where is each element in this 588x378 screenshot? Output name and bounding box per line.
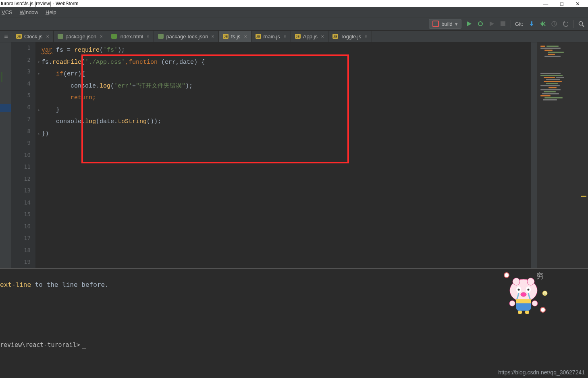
- js-icon: JS: [223, 34, 229, 39]
- line-number: 5: [11, 92, 35, 104]
- line-number: 15: [11, 211, 35, 223]
- close-button[interactable]: ✕: [576, 1, 580, 7]
- fold-icon[interactable]: ▴: [36, 104, 42, 116]
- config-icon: [432, 21, 439, 27]
- line-number: 7: [11, 116, 35, 128]
- svg-rect-26: [518, 311, 522, 314]
- svg-rect-25: [516, 299, 531, 303]
- tab-label: Toggle.js: [341, 33, 361, 40]
- json-icon: [58, 34, 63, 39]
- svg-point-11: [504, 273, 509, 278]
- js-icon: JS: [256, 34, 261, 39]
- run-coverage-button[interactable]: [488, 20, 495, 27]
- js-icon: JS: [16, 34, 22, 39]
- search-button[interactable]: [578, 20, 585, 27]
- git-update-button[interactable]: [528, 20, 535, 27]
- line-number: 11: [11, 163, 35, 175]
- tab-label: package.json: [66, 33, 97, 40]
- close-icon[interactable]: ✕: [283, 34, 287, 39]
- line-number: 16: [11, 223, 35, 235]
- code-line: ▴}): [42, 128, 531, 140]
- code-line: ▾fs.readFile('./App.css',function (err,d…: [42, 56, 531, 69]
- close-icon[interactable]: ✕: [364, 34, 368, 39]
- svg-rect-27: [525, 311, 529, 314]
- editor-tabs: ≡ JSClock.js✕ package.json✕ index.html✕ …: [0, 31, 588, 42]
- minimize-button[interactable]: —: [543, 1, 548, 7]
- run-button[interactable]: [465, 20, 473, 27]
- tab-label: App.js: [303, 33, 318, 40]
- svg-marker-5: [490, 21, 494, 26]
- svg-point-17: [513, 278, 520, 285]
- stop-button[interactable]: [499, 20, 507, 27]
- fold-icon[interactable]: ▾: [36, 68, 42, 80]
- debug-button[interactable]: [477, 20, 484, 27]
- svg-point-23: [521, 292, 526, 297]
- fold-icon[interactable]: ▴: [36, 128, 42, 140]
- svg-point-20: [518, 289, 520, 291]
- close-icon[interactable]: ✕: [244, 34, 247, 39]
- separator: [573, 20, 573, 28]
- tab-label: fs.js: [231, 33, 240, 40]
- svg-point-12: [540, 307, 545, 312]
- close-icon[interactable]: ✕: [321, 34, 324, 39]
- close-icon[interactable]: ✕: [46, 34, 49, 39]
- window-controls: — □ ✕: [543, 1, 588, 7]
- window-title: turorail\src\fs.js [review] - WebStorm: [1, 1, 78, 6]
- watermark-url: https://blog.csdn.net/qq_30627241: [498, 369, 585, 376]
- close-icon[interactable]: ✕: [100, 34, 103, 39]
- terminal-prompt[interactable]: review\react-turorail>: [0, 341, 588, 349]
- chevron-down-icon: ▾: [455, 21, 458, 27]
- minimap[interactable]: [537, 42, 588, 268]
- tab-package-lock-json[interactable]: package-lock.json✕: [154, 31, 219, 42]
- svg-point-29: [532, 301, 538, 306]
- json-icon: [158, 34, 164, 39]
- line-number: 17: [11, 235, 35, 247]
- run-config-selector[interactable]: build ▾: [429, 19, 461, 29]
- tab-toggle-js[interactable]: JSToggle.js✕: [328, 31, 372, 42]
- terminal-text: to the line before.: [31, 281, 109, 288]
- caret-line-marker: [0, 104, 11, 112]
- git-revert-button[interactable]: [562, 20, 569, 27]
- menu-help[interactable]: Help: [46, 9, 56, 15]
- scrollbar[interactable]: [531, 42, 537, 268]
- fold-icon[interactable]: ▾: [36, 56, 42, 69]
- tab-main-js[interactable]: JSmain.js✕: [251, 31, 291, 42]
- svg-point-28: [509, 301, 515, 306]
- warning-marker: [581, 196, 586, 197]
- code-line: ▴ }: [42, 104, 531, 116]
- terminal-text: ext-line: [0, 281, 31, 288]
- js-icon: JS: [332, 34, 338, 39]
- line-number: 13: [11, 187, 35, 199]
- html-icon: [111, 34, 117, 39]
- title-bar: turorail\src\fs.js [review] - WebStorm —…: [0, 0, 588, 7]
- menu-bar: VCS Window Help: [0, 7, 588, 17]
- js-icon: JS: [295, 34, 301, 39]
- line-number: 9: [11, 140, 35, 152]
- maximize-button[interactable]: □: [560, 1, 563, 7]
- run-config-label: build: [441, 21, 452, 27]
- line-number: 14: [11, 199, 35, 211]
- line-number: 10: [11, 152, 35, 164]
- vcs-marker: [1, 72, 2, 82]
- git-label: Git:: [515, 21, 523, 27]
- prompt-text: review\react-turorail>: [0, 341, 80, 349]
- close-icon[interactable]: ✕: [211, 34, 214, 39]
- tab-package-json[interactable]: package.json✕: [54, 31, 108, 42]
- mascot-image: 穷 E: [499, 271, 548, 315]
- menu-window[interactable]: Window: [20, 9, 38, 15]
- git-history-button[interactable]: [551, 20, 558, 27]
- code-line: console.log(date.toString());: [42, 116, 531, 128]
- git-commit-button[interactable]: [539, 20, 546, 27]
- code-area[interactable]: var fs = require('fs'); ▾fs.readFile('./…: [36, 42, 531, 268]
- close-icon[interactable]: ✕: [146, 34, 150, 39]
- svg-marker-8: [563, 21, 565, 23]
- tab-list-button[interactable]: ≡: [0, 31, 12, 42]
- tab-clock-js[interactable]: JSClock.js✕: [12, 31, 54, 42]
- menu-vcs[interactable]: VCS: [2, 9, 12, 15]
- line-number: 8: [11, 128, 35, 140]
- svg-rect-6: [501, 21, 505, 26]
- code-line: var fs = require('fs');: [42, 44, 531, 56]
- tab-index-html[interactable]: index.html✕: [107, 31, 154, 42]
- tab-app-js[interactable]: JSApp.js✕: [291, 31, 328, 42]
- tab-fs-js[interactable]: JSfs.js✕: [219, 31, 251, 42]
